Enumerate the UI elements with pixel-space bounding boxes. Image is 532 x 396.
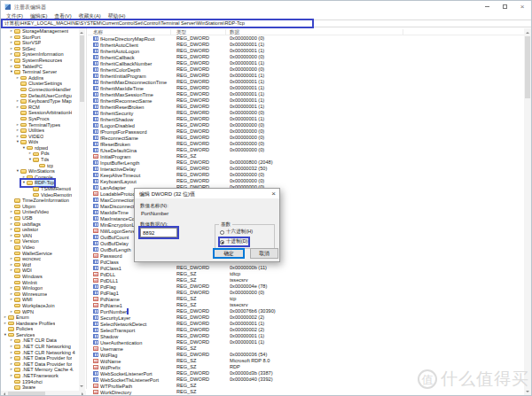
tree-item[interactable]: ▸SystemInformation <box>1 51 79 58</box>
tree-item[interactable]: ▸Winlogon <box>1 285 79 291</box>
tree-item[interactable]: ▸StorVSP <box>1 40 79 46</box>
tree-item[interactable]: ▸Wdf <box>1 262 79 268</box>
list-row[interactable]: abUsernameREG_SZ <box>88 346 526 352</box>
tree-item[interactable]: 1394ohci <box>1 379 79 385</box>
list-row[interactable]: fInheritResetBrokenREG_DWORD0x00000001 (… <box>88 104 526 110</box>
maximize-button[interactable] <box>496 1 513 12</box>
tree-item[interactable]: ▾rdpwd <box>1 145 79 151</box>
tree-item[interactable]: ▸Enum <box>1 314 79 321</box>
tree-hscrollbar-thumb[interactable] <box>8 392 45 396</box>
tree-item[interactable]: ▸.NET Data Provider for <box>1 361 79 368</box>
list-row[interactable]: fInheritAutoLogonREG_DWORD0x00000001 (1) <box>88 48 526 54</box>
tree-item[interactable]: ▸wcncsvc <box>1 256 79 262</box>
list-row[interactable]: WebSocketTlsListenerPortREG_DWORD0x00000… <box>88 377 526 383</box>
list-row[interactable]: WebSocketListenerPortREG_DWORD0x00000d3b… <box>88 370 526 377</box>
tree-item[interactable]: ▸Utilities <box>1 128 79 134</box>
list-row[interactable]: PortNumberREG_DWORD0x000076b6 (30390) <box>88 308 526 314</box>
list-row[interactable]: SelectNetworkDetectREG_DWORD0x00000001 (… <box>88 321 526 327</box>
tree-item[interactable]: Winlnit <box>1 280 79 286</box>
column-header-data[interactable]: 数据 <box>230 29 403 35</box>
list-row[interactable]: abWorkDirectoryREG_SZ <box>88 389 526 395</box>
tree-item[interactable]: ▾RDP-Tcp <box>1 180 79 186</box>
tree-item[interactable]: ConnectionHandler <box>1 87 79 93</box>
tree-vertical-scrollbar[interactable] <box>79 28 85 391</box>
tree-item[interactable]: WorkplaceJoin <box>1 303 79 309</box>
list-row[interactable]: SelectTransportREG_DWORD0x00000002 (2) <box>88 327 526 333</box>
list-row[interactable]: abWdPrefixREG_SZRDP <box>88 364 526 370</box>
tree-item[interactable]: ▾Wds <box>1 139 79 145</box>
tree-item[interactable]: Windows <box>1 274 79 280</box>
tree-item[interactable]: ▸.NET Memory Cache 4. <box>1 367 79 373</box>
tree-item[interactable]: 3ware <box>1 384 79 391</box>
list-row[interactable]: PdFlag1REG_DWORD0x00000000 (0) <box>88 290 526 296</box>
list-row[interactable]: abInitialProgramREG_SZ <box>88 153 526 159</box>
tree-item[interactable]: SysProcs <box>1 116 79 122</box>
pane-divider[interactable] <box>86 28 87 389</box>
list-row[interactable]: fInheritMaxIdleTimeREG_DWORD0x00000001 (… <box>88 85 526 91</box>
scroll-down-icon[interactable] <box>526 391 529 394</box>
list-row[interactable]: fInheritCallbackNumberREG_DWORD0x0000000… <box>88 60 526 66</box>
list-row[interactable]: fInheritReconnectSameREG_DWORD0x00000001… <box>88 97 526 104</box>
menu-item-edit[interactable]: 编辑(E) <box>27 12 51 19</box>
list-row[interactable]: InteractiveDelayREG_DWORD0x00000032 (50) <box>88 166 526 172</box>
list-row[interactable]: abPdName1REG_SZtssecsrv <box>88 302 526 308</box>
tree-item[interactable]: ▸.NET CLR Data <box>1 338 79 344</box>
tree-item[interactable]: ▸.NET CLR Networking <box>1 344 79 350</box>
tree-item[interactable]: ▸WMI <box>1 297 79 303</box>
scroll-down-icon[interactable] <box>80 385 83 389</box>
list-row[interactable]: abWTProfilePathREG_SZ <box>88 383 526 389</box>
list-row[interactable]: abWdNameREG_SZMicrosoft RDP 8.0 <box>88 358 526 364</box>
list-row[interactable]: fInheritShadowREG_DWORD0x00000001 (1) <box>88 116 526 122</box>
tree-item[interactable]: ▸USB <box>1 215 79 221</box>
tree-item[interactable]: ▸WDI <box>1 268 79 274</box>
minimize-button[interactable] <box>478 1 496 12</box>
tree-item[interactable]: ▸StorPort <box>1 35 79 41</box>
radio-decimal[interactable]: 十进制(D) <box>220 238 248 245</box>
tree-item[interactable]: ClusterSettings <box>1 81 79 87</box>
list-row[interactable]: fInheritCallbackREG_DWORD0x00000000 (0) <box>88 54 526 60</box>
list-row[interactable]: fInheritAutoClientREG_DWORD0x00000001 (1… <box>88 42 526 48</box>
tree-item[interactable]: DefaultUserConfigu <box>1 93 79 99</box>
dialog-close-icon[interactable]: × <box>271 190 276 198</box>
list-row[interactable]: PdFlagREG_DWORD0x0000004e (78) <box>88 283 526 290</box>
tree-item[interactable]: ▸Winresume <box>1 291 79 298</box>
menu-item-favorites[interactable]: 收藏夹(A) <box>75 12 105 19</box>
tree-item[interactable]: ▸TabletPC <box>1 64 79 70</box>
list-row[interactable]: abPdNameREG_SZtcp <box>88 296 526 302</box>
value-data-input[interactable] <box>140 228 177 237</box>
menu-item-help[interactable]: 帮助(H) <box>105 12 129 19</box>
list-row[interactable]: fPromptForPasswordREG_DWORD0x00000000 (0… <box>88 128 526 135</box>
list-row[interactable]: SecurityLayerREG_DWORD0x00000002 (2) <box>88 314 526 321</box>
tree-item[interactable]: ▸StorageManagement <box>1 28 79 35</box>
tree-item[interactable]: WalletService <box>1 251 79 257</box>
tree-item[interactable]: ▸.NETFramework <box>1 373 79 379</box>
scroll-up-icon[interactable] <box>526 30 529 34</box>
tree-item[interactable]: ▸WPN <box>1 309 79 315</box>
tree-item[interactable]: ▸UnitedVideo <box>1 209 79 215</box>
list-row[interactable]: PdClass1REG_DWORD0x0000000b (11) <box>88 265 526 271</box>
list-row[interactable]: KeepAliveTimeoutREG_DWORD0x00000000 (0) <box>88 172 526 178</box>
tree-item[interactable]: ▸usbstor <box>1 227 79 233</box>
menu-item-view[interactable]: 查看(V) <box>51 12 74 19</box>
tree-item[interactable]: TimeZoneInformation <box>1 198 79 204</box>
address-input[interactable] <box>2 19 532 27</box>
ok-button[interactable]: 确定 <box>213 248 245 259</box>
tree-item[interactable]: ▸RCM <box>1 105 79 111</box>
tree-item[interactable]: Video <box>1 245 79 251</box>
list-row[interactable]: fInheritInitialProgramREG_DWORD0x0000000… <box>88 73 526 79</box>
tree-item[interactable]: ▸Hardware Profiles <box>1 321 79 327</box>
list-row[interactable]: KeyboardLayoutREG_DWORD0x00000000 (0) <box>88 178 526 184</box>
scroll-right-icon[interactable] <box>82 392 85 396</box>
scroll-up-icon[interactable] <box>80 30 83 34</box>
tree-item[interactable]: VideoRemotin <box>1 192 79 198</box>
tree-item[interactable]: ▸VIDEO <box>1 134 79 140</box>
list-row[interactable]: fResetBrokenREG_DWORD0x00000000 (0) <box>88 141 526 147</box>
tree-scrollbar-thumb[interactable] <box>80 35 84 102</box>
tree-item[interactable]: TSMMRemoti <box>1 186 79 192</box>
column-header-name[interactable]: 名称 <box>93 29 171 35</box>
tree-item[interactable]: Ubpm <box>1 204 79 210</box>
tree-item[interactable]: ▸.NET Data Provider for <box>1 355 79 361</box>
scroll-left-icon[interactable] <box>2 392 5 396</box>
list-vertical-scrollbar[interactable] <box>524 28 531 396</box>
list-row[interactable]: fLogonDisabledREG_DWORD0x00000000 (0) <box>88 122 526 128</box>
